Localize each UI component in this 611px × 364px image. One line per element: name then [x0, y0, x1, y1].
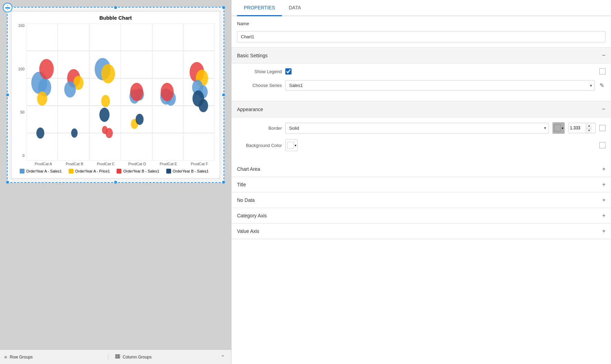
handle-bottom-center[interactable]	[114, 181, 117, 184]
svg-point-33	[136, 114, 144, 125]
svg-point-36	[161, 83, 174, 101]
basic-settings-content: Show Legend Choose Series Sales1 ▾ ✎	[231, 63, 611, 101]
choose-series-select-wrapper: Sales1 ▾	[285, 80, 595, 91]
y-label-50: 50	[20, 110, 24, 114]
svg-point-16	[37, 91, 47, 106]
chart-plot-area: ProdCat A ProdCat B ProdCat C ProdCat D …	[27, 23, 215, 166]
border-label: Border	[237, 126, 282, 131]
tab-properties[interactable]: PROPERTIES	[237, 0, 282, 16]
handle-top-right[interactable]	[222, 6, 225, 9]
row-groups-label: Row Groups	[10, 355, 33, 360]
svg-point-26	[99, 108, 109, 122]
handle-bottom-right[interactable]	[222, 181, 225, 184]
border-style-wrapper: Solid Dashed Dotted ▾	[285, 123, 549, 134]
y-axis: 150 100 50 0	[16, 23, 27, 166]
legend-color-2	[117, 169, 121, 174]
properties-body: Name Basic Settings − Show Legend Choose…	[231, 16, 611, 364]
x-label-f: ProdCat F	[191, 162, 208, 166]
no-data-section: No Data +	[231, 193, 611, 208]
tab-data[interactable]: DATA	[282, 0, 308, 16]
value-axis-section: Value Axis +	[231, 224, 611, 239]
border-width-down[interactable]: ▼	[586, 128, 592, 133]
legend-color-1	[69, 169, 73, 174]
title-section: Title +	[231, 177, 611, 193]
basic-settings-header[interactable]: Basic Settings −	[231, 47, 611, 63]
border-row: Border Solid Dashed Dotted ▾ ▾ ▲	[237, 122, 605, 134]
x-axis: ProdCat A ProdCat B ProdCat C ProdCat D …	[27, 160, 215, 166]
row-groups-icon: ≡	[4, 354, 7, 360]
svg-rect-45	[119, 355, 120, 358]
plot-svg-container	[27, 23, 215, 160]
bg-color-arrow: ▾	[295, 144, 296, 147]
collapse-button[interactable]: ⌃	[219, 354, 227, 361]
right-panel: PROPERTIES DATA Name Basic Settings − Sh…	[231, 0, 611, 364]
show-legend-row: Show Legend	[237, 68, 605, 75]
no-data-header[interactable]: No Data +	[231, 193, 611, 208]
choose-series-select[interactable]: Sales1	[285, 80, 595, 91]
border-width-input[interactable]	[569, 123, 586, 133]
title-icon: +	[602, 181, 605, 188]
chart-area-icon: +	[602, 166, 605, 172]
column-groups-label: Column Groups	[123, 355, 152, 360]
legend-label-0: OrderYear A - Sales1	[26, 169, 62, 173]
title-title: Title	[237, 182, 246, 187]
svg-point-31	[130, 83, 143, 101]
no-data-icon: +	[602, 197, 605, 203]
legend-color-3	[166, 169, 171, 174]
x-label-e: ProdCat E	[160, 162, 177, 166]
name-input[interactable]	[237, 31, 605, 42]
handle-bottom-left[interactable]	[6, 181, 9, 184]
handle-left-center[interactable]	[6, 94, 9, 96]
chart-area-header[interactable]: Chart Area +	[231, 161, 611, 177]
chart-container[interactable]: Bubble Chart 150 100 50 0	[7, 7, 224, 183]
legend-color-0	[20, 169, 24, 174]
bg-color-swatch	[287, 142, 294, 149]
handle-top-center[interactable]	[114, 6, 117, 9]
svg-point-18	[36, 127, 44, 138]
bg-color-button[interactable]: ▾	[285, 139, 298, 151]
svg-rect-44	[117, 355, 118, 358]
svg-point-17	[39, 59, 54, 79]
handle-right-center[interactable]	[222, 94, 225, 96]
chart-move-handle[interactable]	[3, 3, 12, 12]
category-axis-section: Category Axis +	[231, 208, 611, 224]
title-header[interactable]: Title +	[231, 177, 611, 192]
name-field	[231, 30, 611, 47]
border-checkbox[interactable]	[599, 125, 605, 131]
svg-point-0	[7, 7, 8, 8]
chart-area-section: Chart Area +	[231, 161, 611, 177]
show-legend-checkbox[interactable]	[285, 68, 292, 75]
x-label-b: ProdCat B	[66, 162, 83, 166]
legend-item-3: OrderYear B - Sales1	[166, 169, 209, 174]
basic-settings-toggle[interactable]: −	[602, 52, 605, 59]
svg-point-25	[101, 95, 110, 107]
appearance-toggle[interactable]: −	[602, 106, 605, 113]
bg-color-label: Background Color	[237, 143, 282, 148]
border-style-select[interactable]: Solid Dashed Dotted	[285, 123, 549, 134]
category-axis-header[interactable]: Category Axis +	[231, 208, 611, 223]
border-color-swatch	[554, 125, 561, 131]
left-panel: Bubble Chart 150 100 50 0	[0, 0, 231, 364]
svg-point-24	[101, 64, 115, 83]
row-groups-section: ≡ Row Groups	[4, 354, 108, 360]
show-legend-label: Show Legend	[237, 69, 282, 74]
svg-point-21	[64, 81, 76, 98]
chart-title: Bubble Chart	[16, 15, 215, 21]
y-label-150: 150	[18, 23, 24, 28]
legend-item-2: OrderYear B - Sales1	[117, 169, 159, 174]
bg-color-checkbox[interactable]	[599, 142, 605, 148]
appearance-header[interactable]: Appearance −	[231, 101, 611, 117]
column-groups-icon	[115, 354, 120, 360]
show-legend-empty-checkbox[interactable]	[599, 68, 605, 75]
edit-series-button[interactable]: ✎	[598, 81, 605, 90]
category-axis-icon: +	[602, 213, 605, 219]
border-width-spinners: ▲ ▼	[586, 124, 592, 133]
border-color-button[interactable]: ▾	[552, 122, 565, 134]
value-axis-header[interactable]: Value Axis +	[231, 224, 611, 239]
value-axis-icon: +	[602, 228, 605, 234]
border-width-up[interactable]: ▲	[586, 124, 592, 128]
svg-point-22	[71, 128, 78, 137]
category-axis-title: Category Axis	[237, 213, 267, 218]
legend-label-2: OrderYear B - Sales1	[123, 169, 159, 173]
chart-area-title: Chart Area	[237, 166, 260, 172]
